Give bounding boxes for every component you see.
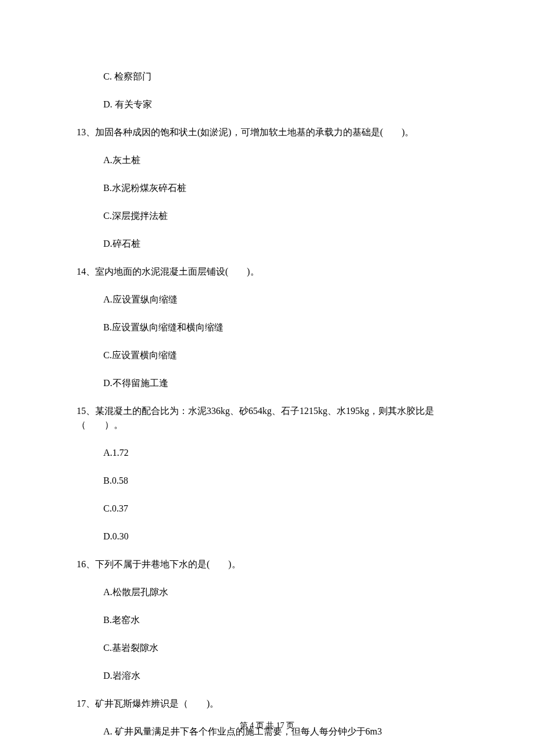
page-number: 第 4 页 共 17 页 [240,721,295,730]
option-text: A.应设置纵向缩缝 [103,294,178,304]
q16-option-a: A.松散层孔隙水 [77,585,459,599]
q14-option-a: A.应设置纵向缩缝 [77,293,459,307]
option-text: D. 有关专家 [103,99,152,109]
q15-option-c: C.0.37 [77,502,459,516]
option-text: A.灰土桩 [103,155,140,165]
q16-option-c: C.基岩裂隙水 [77,641,459,655]
q13-option-b: B.水泥粉煤灰碎石桩 [77,181,459,195]
option-text: D.0.30 [103,531,129,541]
option-text: A.1.72 [103,448,129,458]
option-text: C.基岩裂隙水 [103,643,158,653]
question-text: 15、某混凝土的配合比为：水泥336kg、砂654kg、石子1215kg、水19… [77,406,434,430]
q14-option-c: C.应设置横向缩缝 [77,348,459,362]
page-footer: 第 4 页 共 17 页 [0,719,534,732]
q15-option-b: B.0.58 [77,474,459,488]
option-text: B.水泥粉煤灰碎石桩 [103,183,186,193]
question-text: 17、矿井瓦斯爆炸辨识是（ )。 [77,699,219,708]
option-text: C.0.37 [103,503,128,513]
q14-option-b: B.应设置纵向缩缝和横向缩缝 [77,321,459,334]
q16-option-b: B.老窑水 [77,613,459,627]
question-14: 14、室内地面的水泥混凝土面层铺设( )。 [77,265,459,279]
question-15: 15、某混凝土的配合比为：水泥336kg、砂654kg、石子1215kg、水19… [77,404,459,432]
option-text: B.老窑水 [103,615,140,625]
q16-option-d: D.岩溶水 [77,669,459,683]
option-text: D.碎石桩 [103,239,140,249]
option-text: D.不得留施工逢 [103,378,168,388]
question-text: 16、下列不属于井巷地下水的是( )。 [77,559,241,569]
question-13: 13、加固各种成因的饱和状土(如淤泥)，可增加软土地基的承载力的基础是( )。 [77,125,459,139]
option-text: C.应设置横向缩缝 [103,350,177,360]
q15-option-a: A.1.72 [77,446,459,460]
option-text: C. 检察部门 [103,71,151,81]
q14-option-d: D.不得留施工逢 [77,376,459,390]
q15-option-d: D.0.30 [77,530,459,543]
question-text: 13、加固各种成因的饱和状土(如淤泥)，可增加软土地基的承载力的基础是( )。 [77,127,414,137]
question-16: 16、下列不属于井巷地下水的是( )。 [77,557,459,571]
question-17: 17、矿井瓦斯爆炸辨识是（ )。 [77,697,459,711]
prev-option-d: D. 有关专家 [77,98,459,111]
q13-option-a: A.灰土桩 [77,153,459,167]
prev-option-c: C. 检察部门 [77,70,459,84]
option-text: D.岩溶水 [103,671,140,681]
option-text: C.深层搅拌法桩 [103,211,168,221]
option-text: B.0.58 [103,476,128,485]
option-text: B.应设置纵向缩缝和横向缩缝 [103,322,223,332]
q13-option-d: D.碎石桩 [77,237,459,251]
option-text: A.松散层孔隙水 [103,587,168,597]
question-text: 14、室内地面的水泥混凝土面层铺设( )。 [77,267,259,276]
q13-option-c: C.深层搅拌法桩 [77,209,459,223]
